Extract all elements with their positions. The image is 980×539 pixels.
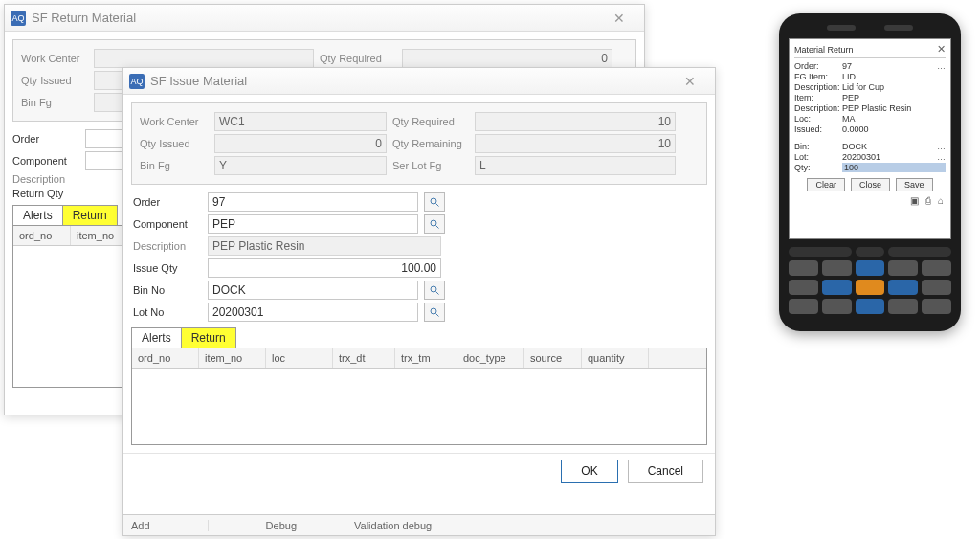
m-lot[interactable]: 20200301 (842, 152, 934, 162)
issue-qty-required[interactable] (475, 112, 676, 131)
m-label-issued: Issued: (794, 124, 842, 134)
ellipsis-icon[interactable]: … (934, 61, 946, 71)
return-work-center[interactable] (94, 49, 314, 68)
col-trx-tm[interactable]: trx_tm (395, 348, 457, 368)
m-item[interactable]: PEP (842, 93, 946, 102)
key[interactable] (888, 299, 918, 314)
tab-alerts[interactable]: Alerts (13, 206, 63, 225)
mobile-screen: Material Return ✕ Order:97… FG Item:LID…… (789, 38, 951, 239)
order-lookup-button[interactable] (424, 192, 445, 212)
issue-serlot-fg[interactable] (475, 156, 676, 175)
key[interactable] (922, 280, 951, 295)
issue-tabs: Alerts Return (131, 327, 236, 348)
close-icon[interactable]: ✕ (671, 71, 709, 92)
label-ser-lot-fg: Ser Lot Fg (392, 160, 469, 171)
issue-qty-input[interactable] (208, 258, 441, 278)
m-loc[interactable]: MA (842, 114, 946, 124)
ellipsis-icon[interactable]: … (934, 152, 946, 162)
search-icon (429, 306, 440, 318)
key[interactable] (789, 299, 818, 314)
mobile-footer-icons: ▣ ⎙ ⌂ (794, 195, 946, 206)
tab-alerts[interactable]: Alerts (132, 328, 182, 348)
col-source[interactable]: source (524, 348, 582, 368)
ellipsis-icon[interactable]: … (934, 72, 946, 81)
mobile-save-button[interactable]: Save (896, 178, 933, 191)
issue-titlebar[interactable]: AQ SF Issue Material ✕ (123, 68, 715, 95)
return-qty-required[interactable] (402, 49, 612, 68)
mobile-close-button[interactable]: Close (851, 178, 890, 191)
key[interactable] (888, 247, 951, 257)
issue-qty-issued[interactable] (214, 134, 387, 153)
m-issued: 0.0000 (842, 124, 946, 134)
m-label-fgitem: FG Item: (794, 72, 842, 81)
tab-return[interactable]: Return (182, 328, 235, 348)
ok-button[interactable]: OK (561, 460, 617, 483)
m-fgitem[interactable]: LID (842, 72, 934, 81)
mobile-device: Material Return ✕ Order:97… FG Item:LID…… (779, 13, 961, 331)
key[interactable] (922, 260, 951, 276)
key[interactable] (822, 299, 852, 314)
col-doc-type[interactable]: doc_type (457, 348, 524, 368)
label-return-qty: Return Qty (12, 188, 79, 199)
device-keypad (789, 247, 951, 314)
return-titlebar[interactable]: AQ SF Return Material ✕ (5, 5, 644, 32)
label-order: Order (12, 133, 79, 145)
label-component: Component (133, 218, 202, 230)
key[interactable] (822, 280, 852, 295)
component-lookup-button[interactable] (424, 214, 445, 234)
col-ord-no[interactable]: ord_no (13, 226, 71, 245)
key[interactable] (922, 299, 951, 314)
search-icon (429, 196, 440, 208)
tab-return[interactable]: Return (63, 206, 117, 225)
close-icon[interactable]: ✕ (600, 8, 638, 29)
col-loc[interactable]: loc (266, 348, 333, 368)
m-order[interactable]: 97 (842, 61, 934, 71)
mobile-clear-button[interactable]: Clear (807, 178, 845, 191)
component-input[interactable] (208, 214, 418, 234)
key[interactable] (789, 280, 818, 295)
m-desc1: Lid for Cup (842, 82, 946, 92)
label-qty-issued: Qty Issued (21, 75, 88, 86)
label-bin-fg: Bin Fg (21, 97, 88, 108)
col-trx-dt[interactable]: trx_dt (333, 348, 395, 368)
description-field (208, 236, 441, 256)
issue-grid[interactable]: ord_no item_no loc trx_dt trx_tm doc_typ… (131, 348, 707, 445)
key[interactable] (888, 280, 918, 295)
key[interactable] (856, 299, 885, 314)
key[interactable] (789, 247, 852, 257)
m-label-lot: Lot: (794, 152, 842, 162)
mobile-close-icon[interactable]: ✕ (937, 43, 946, 56)
key[interactable] (856, 260, 885, 276)
svg-point-0 (431, 198, 436, 204)
m-qty[interactable]: 100 (842, 163, 946, 172)
issue-material-window: AQ SF Issue Material ✕ Work Center Qty R… (122, 67, 716, 536)
key[interactable] (888, 260, 918, 276)
order-input[interactable] (208, 192, 418, 212)
key[interactable] (856, 247, 885, 257)
m-label-bin: Bin: (794, 142, 842, 151)
key[interactable] (856, 280, 885, 295)
key[interactable] (789, 260, 818, 276)
m-bin[interactable]: DOCK (842, 142, 934, 151)
issue-work-center[interactable] (214, 112, 387, 131)
col-quantity[interactable]: quantity (582, 348, 649, 368)
cancel-button[interactable]: Cancel (628, 460, 703, 483)
m-label-item: Item: (794, 93, 842, 102)
m-label-order: Order: (794, 61, 842, 71)
lot-no-input[interactable] (208, 303, 418, 322)
bin-lookup-button[interactable] (424, 281, 445, 300)
ellipsis-icon[interactable]: … (934, 142, 946, 151)
key[interactable] (822, 260, 852, 276)
bin-no-input[interactable] (208, 281, 418, 300)
issue-qty-remaining[interactable] (475, 134, 676, 153)
col-item-no[interactable]: item_no (199, 348, 266, 368)
issue-bin-fg[interactable] (214, 156, 387, 175)
m-label-desc1: Description: (794, 82, 842, 92)
app-icon: AQ (11, 11, 26, 26)
svg-line-5 (436, 292, 439, 295)
mobile-title: Material Return (794, 45, 854, 55)
col-ord-no[interactable]: ord_no (132, 348, 199, 368)
svg-point-6 (431, 308, 436, 314)
lot-lookup-button[interactable] (424, 303, 445, 322)
status-add: Add (131, 520, 209, 531)
